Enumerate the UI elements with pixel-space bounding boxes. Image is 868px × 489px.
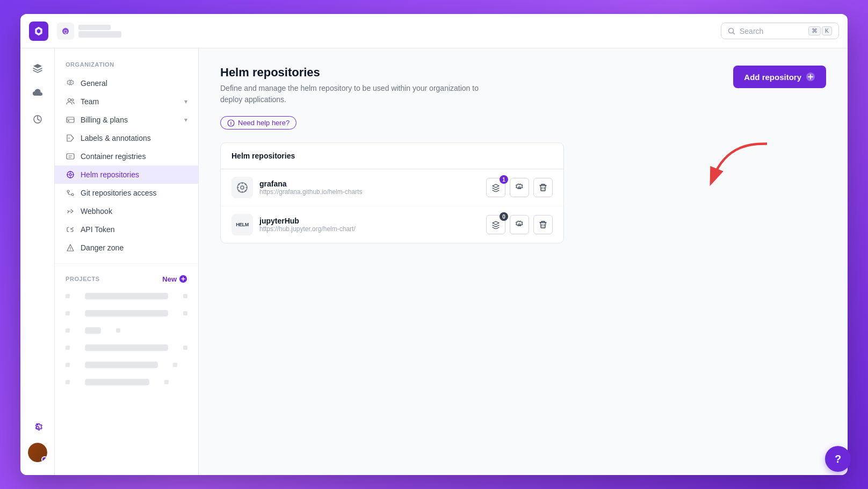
- api-icon: [66, 225, 75, 234]
- svg-point-5: [70, 82, 71, 83]
- svg-point-21: [518, 224, 520, 226]
- project-dot: [66, 311, 70, 315]
- project-item[interactable]: [55, 305, 198, 322]
- settings-action-icon: [515, 183, 524, 192]
- grafana-name: grafana: [259, 179, 480, 188]
- git-icon: [66, 188, 75, 198]
- help-link[interactable]: Need help here?: [220, 116, 296, 130]
- svg-rect-9: [68, 120, 69, 121]
- projects-label: PROJECTS: [66, 276, 100, 282]
- svg-point-6: [68, 99, 71, 102]
- sidebar-item-team[interactable]: Team ▾: [55, 92, 198, 111]
- project-item[interactable]: [55, 373, 198, 391]
- sidebar-layers-icon[interactable]: [27, 57, 48, 78]
- plus-circle-icon: [179, 275, 187, 283]
- help-fab-button[interactable]: ?: [825, 446, 851, 472]
- sidebar-settings-icon[interactable]: [27, 417, 48, 438]
- project-skeleton: [85, 344, 168, 351]
- jupyterhub-icon: HELM: [232, 214, 253, 235]
- grafana-url: https://grafana.github.io/helm-charts: [259, 188, 480, 196]
- page-description: Define and manage the helm repository to…: [220, 83, 500, 105]
- annotation-arrow: [697, 137, 783, 191]
- jupyterhub-actions: 0: [486, 215, 553, 234]
- sidebar-item-danger[interactable]: Danger zone: [55, 239, 198, 257]
- team-label: Team: [81, 97, 179, 106]
- org-section-label: ORGANIZATION: [55, 57, 198, 72]
- sidebar-item-billing[interactable]: Billing & plans ▾: [55, 111, 198, 129]
- jupyterhub-settings-button[interactable]: [510, 215, 529, 234]
- nav-icon[interactable]: Q: [57, 23, 74, 40]
- danger-label: Danger zone: [81, 243, 187, 252]
- icon-sidebar: [20, 48, 55, 475]
- webhook-icon: [66, 206, 75, 216]
- sidebar-item-webhook[interactable]: Webhook: [55, 202, 198, 220]
- repo-row-grafana: grafana https://grafana.github.io/helm-c…: [221, 169, 563, 206]
- layers-action-icon-2: [491, 220, 500, 229]
- helm-label: Helm repositories: [81, 170, 187, 179]
- projects-header: PROJECTS New: [55, 270, 198, 287]
- search-box[interactable]: Search ⌘ K: [721, 23, 839, 39]
- settings-action-icon-2: [515, 220, 524, 229]
- project-dot: [66, 380, 70, 384]
- labels-icon: [66, 133, 75, 143]
- help-link-text: Need help here?: [238, 119, 290, 127]
- grafana-settings-button[interactable]: [510, 178, 529, 197]
- app-logo[interactable]: [29, 21, 48, 41]
- project-count-dot: [164, 380, 169, 384]
- sidebar-item-git[interactable]: Git repositories access: [55, 184, 198, 202]
- jupyterhub-layers-button[interactable]: 0: [486, 215, 505, 234]
- project-item[interactable]: [55, 322, 198, 339]
- svg-rect-8: [67, 117, 74, 123]
- jupyterhub-info: jupyterHub https://hub.jupyter.org/helm-…: [259, 217, 480, 233]
- sidebar-item-general[interactable]: General: [55, 74, 198, 92]
- billing-icon: [66, 115, 75, 125]
- project-item[interactable]: [55, 287, 198, 305]
- add-repo-label: Add repository: [744, 73, 801, 82]
- project-skeleton: [85, 362, 158, 368]
- grafana-badge: 1: [500, 175, 508, 184]
- sidebar-history-icon[interactable]: [27, 109, 48, 130]
- team-chevron: ▾: [184, 98, 187, 105]
- info-icon: [227, 119, 235, 127]
- add-repository-button[interactable]: Add repository: [733, 66, 826, 88]
- svg-point-20: [518, 186, 520, 189]
- breadcrumb: [78, 25, 121, 38]
- grafana-layers-button[interactable]: 1: [486, 178, 505, 197]
- grafana-actions: 1: [486, 178, 553, 197]
- sidebar-cloud-icon[interactable]: [27, 83, 48, 104]
- project-item[interactable]: [55, 339, 198, 356]
- page-header: Helm repositories Define and manage the …: [220, 66, 826, 105]
- card-header: Helm repositories: [221, 143, 563, 169]
- project-item[interactable]: [55, 356, 198, 373]
- helm-repositories-card: Helm repositories grafana htt: [220, 142, 564, 243]
- sidebar-item-helm[interactable]: Helm repositories: [55, 166, 198, 184]
- projects-new-button[interactable]: New: [162, 275, 187, 283]
- project-dot: [66, 363, 70, 367]
- grafana-delete-button[interactable]: [533, 178, 553, 197]
- svg-point-7: [71, 99, 74, 101]
- danger-icon: [66, 243, 75, 253]
- jupyterhub-delete-button[interactable]: [533, 215, 553, 234]
- svg-point-13: [69, 174, 71, 176]
- repo-row-jupyterhub: HELM jupyterHub https://hub.jupyter.org/…: [221, 206, 563, 243]
- page-title: Helm repositories: [220, 66, 500, 80]
- project-skeleton: [85, 293, 168, 299]
- project-dot: [66, 328, 70, 333]
- project-skeleton: [85, 310, 168, 317]
- container-label: Container registries: [81, 152, 187, 161]
- svg-point-4: [36, 427, 39, 429]
- jupyterhub-name: jupyterHub: [259, 217, 480, 225]
- sidebar-item-container[interactable]: Container registries: [55, 147, 198, 166]
- trash-action-icon-2: [539, 220, 547, 229]
- avatar-badge: [41, 456, 47, 462]
- search-placeholder: Search: [740, 27, 804, 35]
- search-icon: [728, 27, 735, 35]
- user-avatar[interactable]: [28, 443, 47, 462]
- sidebar-item-labels[interactable]: Labels & annotations: [55, 129, 198, 147]
- plus-icon: [806, 72, 815, 82]
- project-count-dot: [183, 311, 187, 315]
- general-icon: [66, 78, 75, 88]
- api-label: API Token: [81, 225, 187, 234]
- sidebar-item-api[interactable]: API Token: [55, 220, 198, 239]
- page-title-section: Helm repositories Define and manage the …: [220, 66, 500, 105]
